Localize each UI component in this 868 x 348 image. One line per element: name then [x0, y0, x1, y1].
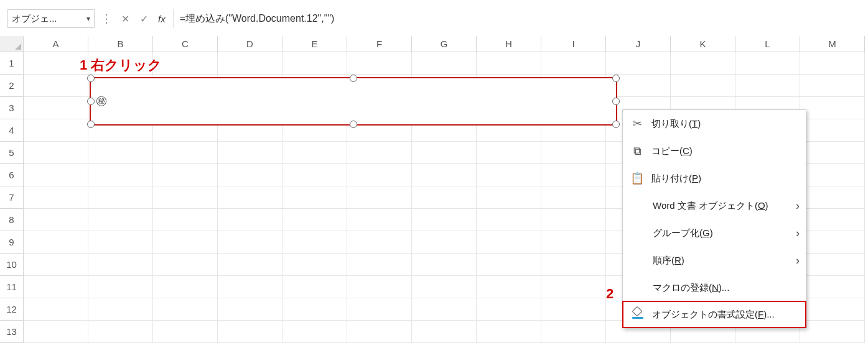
- col-header[interactable]: F: [347, 36, 412, 52]
- cell[interactable]: [218, 52, 282, 75]
- cell[interactable]: [24, 298, 88, 321]
- row-header[interactable]: 2: [0, 75, 24, 97]
- cell[interactable]: [606, 52, 671, 75]
- cell[interactable]: [800, 97, 865, 119]
- cell[interactable]: [800, 254, 865, 276]
- cell[interactable]: [88, 321, 153, 343]
- cell[interactable]: [24, 186, 88, 209]
- cell[interactable]: [412, 321, 477, 343]
- cell[interactable]: [347, 142, 412, 164]
- cell[interactable]: [218, 321, 282, 343]
- cell[interactable]: [153, 186, 218, 209]
- cell[interactable]: [153, 321, 218, 343]
- cell[interactable]: [412, 231, 477, 254]
- cell[interactable]: [541, 52, 606, 75]
- cell[interactable]: [347, 209, 412, 231]
- cell[interactable]: [88, 209, 153, 231]
- embedded-word-object[interactable]: ㊙: [90, 77, 617, 126]
- cell[interactable]: [412, 276, 477, 298]
- row-header[interactable]: 3: [0, 97, 24, 119]
- cell[interactable]: [153, 276, 218, 298]
- cell[interactable]: [347, 231, 412, 254]
- row-header[interactable]: 6: [0, 164, 24, 186]
- cell[interactable]: [218, 254, 282, 276]
- row-header[interactable]: 5: [0, 142, 24, 164]
- row-header[interactable]: 4: [0, 119, 24, 142]
- cell[interactable]: [412, 186, 477, 209]
- cell[interactable]: [282, 142, 347, 164]
- menu-order[interactable]: 順序(R) ›: [623, 247, 806, 274]
- cell[interactable]: [153, 52, 218, 75]
- cell[interactable]: [24, 209, 88, 231]
- cell[interactable]: [541, 186, 606, 209]
- cell[interactable]: [347, 276, 412, 298]
- col-header[interactable]: G: [412, 36, 477, 52]
- chevron-down-icon[interactable]: ▾: [86, 14, 90, 23]
- cell[interactable]: [412, 52, 477, 75]
- cell[interactable]: [218, 276, 282, 298]
- cell[interactable]: [541, 209, 606, 231]
- row-header[interactable]: 11: [0, 276, 24, 298]
- menu-paste[interactable]: 📋 貼り付け(P): [623, 165, 806, 192]
- cell[interactable]: [88, 164, 153, 186]
- cell[interactable]: [347, 164, 412, 186]
- cell[interactable]: [541, 298, 606, 321]
- cell[interactable]: [347, 321, 412, 343]
- cell[interactable]: [88, 142, 153, 164]
- row-header[interactable]: 13: [0, 321, 24, 343]
- formula-input[interactable]: =埋め込み("Word.Document.12",""): [173, 9, 868, 28]
- cell[interactable]: [541, 254, 606, 276]
- row-header[interactable]: 8: [0, 209, 24, 231]
- select-all-corner[interactable]: [0, 36, 24, 52]
- cell[interactable]: [24, 254, 88, 276]
- resize-handle[interactable]: [87, 75, 95, 82]
- row-header[interactable]: 9: [0, 231, 24, 254]
- menu-cut[interactable]: ✂ 切り取り(T): [623, 110, 806, 137]
- cell[interactable]: [218, 164, 282, 186]
- row-header[interactable]: 10: [0, 254, 24, 276]
- cell[interactable]: [412, 164, 477, 186]
- cell[interactable]: [671, 52, 735, 75]
- col-header[interactable]: M: [800, 36, 865, 52]
- resize-handle[interactable]: [612, 98, 620, 105]
- row-header[interactable]: 12: [0, 298, 24, 321]
- menu-copy[interactable]: ⧉ コピー(C): [623, 137, 806, 165]
- col-header[interactable]: B: [88, 36, 153, 52]
- cell[interactable]: [282, 321, 347, 343]
- cell[interactable]: [24, 142, 88, 164]
- cell[interactable]: [477, 52, 541, 75]
- resize-handle[interactable]: [350, 121, 357, 128]
- cell[interactable]: [477, 298, 541, 321]
- cell[interactable]: [541, 164, 606, 186]
- cell[interactable]: [477, 254, 541, 276]
- cell[interactable]: [541, 231, 606, 254]
- cell[interactable]: [88, 186, 153, 209]
- col-header[interactable]: I: [541, 36, 606, 52]
- cell[interactable]: [477, 164, 541, 186]
- row-header[interactable]: 7: [0, 186, 24, 209]
- col-header[interactable]: H: [477, 36, 541, 52]
- menu-macro[interactable]: マクロの登録(N)...: [623, 274, 806, 301]
- cell[interactable]: [282, 209, 347, 231]
- cell[interactable]: [477, 209, 541, 231]
- cell[interactable]: [282, 254, 347, 276]
- cell[interactable]: [347, 254, 412, 276]
- col-header[interactable]: D: [218, 36, 282, 52]
- cell[interactable]: [24, 119, 88, 142]
- more-icon[interactable]: ⋮: [100, 12, 113, 25]
- cell[interactable]: [347, 298, 412, 321]
- cell[interactable]: [541, 276, 606, 298]
- cell[interactable]: [800, 321, 865, 343]
- resize-handle[interactable]: [350, 75, 357, 82]
- menu-group[interactable]: グループ化(G) ›: [623, 219, 806, 247]
- cell[interactable]: [800, 75, 865, 97]
- col-header[interactable]: J: [606, 36, 671, 52]
- cell[interactable]: [541, 142, 606, 164]
- cell[interactable]: [24, 164, 88, 186]
- cell[interactable]: [800, 231, 865, 254]
- cell[interactable]: [24, 75, 88, 97]
- cell[interactable]: [800, 52, 865, 75]
- col-header[interactable]: C: [153, 36, 218, 52]
- cell[interactable]: [88, 276, 153, 298]
- cell[interactable]: [412, 298, 477, 321]
